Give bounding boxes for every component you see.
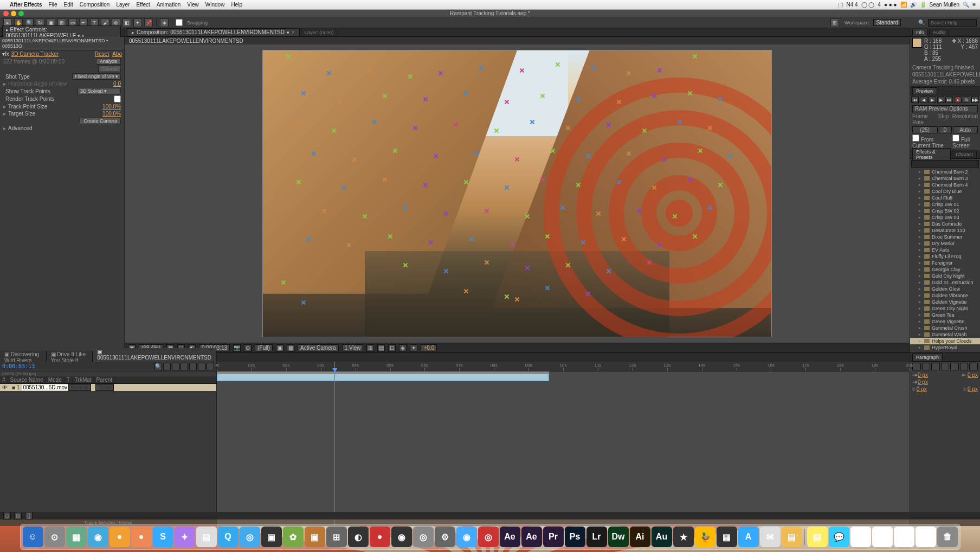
- menu-layer[interactable]: Layer: [116, 2, 130, 8]
- effect-value-1[interactable]: 0.0: [113, 81, 121, 87]
- snapping-checkbox[interactable]: [176, 19, 183, 26]
- space-after[interactable]: 0 px: [968, 386, 978, 392]
- indent-left[interactable]: 0 px: [918, 372, 928, 378]
- dock-app-40[interactable]: [894, 527, 914, 547]
- dock-app-41[interactable]: [915, 527, 936, 547]
- justify-right-button[interactable]: [960, 363, 969, 370]
- preset-item[interactable]: Cool Dry Blue: [910, 188, 980, 195]
- next-frame-button[interactable]: ▶: [937, 97, 945, 103]
- dock-app-22[interactable]: Ae: [500, 527, 520, 547]
- exposure-value[interactable]: +0.0: [421, 344, 437, 351]
- close-icon[interactable]: ×: [292, 29, 295, 35]
- timeline-tracks[interactable]: [217, 371, 910, 526]
- indent-first[interactable]: 0 px: [968, 372, 978, 378]
- dock-app-42[interactable]: 🗑: [937, 527, 958, 547]
- cancel-button[interactable]: Cancel: [98, 66, 121, 72]
- tl-icon-6[interactable]: [198, 363, 205, 370]
- preset-item[interactable]: Desaturate 110: [910, 227, 980, 234]
- from-current-checkbox[interactable]: From Current Time: [912, 134, 950, 149]
- preset-item[interactable]: Gold St...estruction: [910, 279, 980, 286]
- preset-item[interactable]: Crisp BW 01: [910, 201, 980, 208]
- preset-item[interactable]: Gunmetal Wash: [910, 331, 980, 338]
- vf-btn-13[interactable]: ✦: [410, 344, 417, 352]
- dock-app-3[interactable]: ◉: [88, 527, 108, 547]
- tl-icon-5[interactable]: [189, 363, 197, 370]
- menubar-battery-icon[interactable]: 🔋: [920, 2, 926, 8]
- preset-item[interactable]: Chemical Burn 3: [910, 175, 980, 182]
- playhead[interactable]: [334, 362, 335, 371]
- timeline-layer-1[interactable]: 👁 ■ 1 0055130...5D.mov Normal None: [0, 384, 216, 391]
- timeline-col[interactable]: TrkMat: [73, 377, 94, 383]
- dock-app-2[interactable]: ▦: [66, 527, 87, 547]
- dock-app-10[interactable]: ◎: [240, 527, 260, 547]
- menu-file[interactable]: File: [48, 2, 57, 8]
- vf-btn-8[interactable]: ▦: [287, 344, 294, 352]
- timeline-timecode[interactable]: 0:00:03:13: [2, 363, 35, 369]
- preset-item[interactable]: Das Comrade: [910, 221, 980, 227]
- vf-btn-5[interactable]: 📷: [233, 344, 241, 352]
- preview-tab[interactable]: Preview: [912, 87, 937, 94]
- vf-btn-10[interactable]: ▤: [377, 344, 385, 352]
- info-tab[interactable]: Info: [912, 29, 928, 36]
- tl-icon-3[interactable]: [172, 363, 179, 370]
- space-before[interactable]: 0 px: [917, 386, 927, 392]
- preset-item[interactable]: Green Tea: [910, 312, 980, 318]
- preset-item[interactable]: Dixie Summer: [910, 234, 980, 240]
- loop-button[interactable]: ↻: [963, 97, 970, 103]
- preset-item[interactable]: Chemical Burn 2: [910, 169, 980, 175]
- dock-app-25[interactable]: Ps: [565, 527, 585, 547]
- dock-app-28[interactable]: Ai: [630, 527, 650, 547]
- axis-tool[interactable]: ◈: [160, 18, 169, 27]
- comp-tab[interactable]: ▸ Composition: 0055130111LAKEPOWELLENVIR…: [127, 28, 300, 36]
- tl-icon-4[interactable]: [180, 363, 188, 370]
- dock-app-6[interactable]: S: [153, 527, 173, 547]
- menubar-volume-icon[interactable]: 🔊: [910, 2, 917, 8]
- tl-search-icon[interactable]: 🔍: [154, 363, 162, 370]
- create-camera-button[interactable]: Create Camera: [80, 118, 121, 124]
- dock-app-12[interactable]: ✿: [283, 527, 304, 547]
- preset-item[interactable]: Chemical Burn 4: [910, 182, 980, 188]
- vf-btn-9[interactable]: ⊞: [366, 344, 374, 352]
- preset-item[interactable]: Fluffy Lil Frog: [910, 253, 980, 260]
- dock-app-34[interactable]: ✉: [760, 527, 781, 547]
- menu-composition[interactable]: Composition: [80, 2, 110, 8]
- align-left-button[interactable]: [912, 363, 921, 370]
- composition-viewer[interactable]: [125, 44, 910, 343]
- dock-app-8[interactable]: ▤: [196, 527, 217, 547]
- preset-item[interactable]: Dry Merlot: [910, 240, 980, 247]
- dock-app-4[interactable]: ●: [109, 527, 130, 547]
- about-button[interactable]: Abo: [112, 51, 122, 57]
- menu-effect[interactable]: Effect: [136, 2, 150, 8]
- dock-app-9[interactable]: Q: [218, 527, 238, 547]
- menubar-notifications-icon[interactable]: ≡: [972, 2, 976, 8]
- vf-btn-6[interactable]: ⊙: [244, 344, 252, 352]
- dock-app-36[interactable]: ▤: [807, 527, 828, 547]
- preset-item[interactable]: Helps your Clouds: [910, 338, 980, 344]
- dock-app-23[interactable]: Ae: [521, 527, 542, 547]
- dock-app-35[interactable]: ▤: [782, 527, 802, 547]
- timeline-clip[interactable]: [217, 374, 549, 381]
- timeline-col[interactable]: #: [0, 377, 8, 383]
- menubar-status-2[interactable]: N4 4: [846, 2, 858, 8]
- timeline-col[interactable]: Mode: [46, 377, 65, 383]
- mute-button[interactable]: 🔇: [954, 97, 962, 103]
- track-point[interactable]: [300, 299, 307, 306]
- dock-app-15[interactable]: ◐: [348, 527, 369, 547]
- dock-app-13[interactable]: ▣: [305, 527, 325, 547]
- eraser-tool[interactable]: ◧: [122, 18, 131, 27]
- dock-app-5[interactable]: ●: [131, 527, 152, 547]
- menu-window[interactable]: Window: [205, 2, 225, 8]
- workspace-icon[interactable]: ⊞: [830, 18, 839, 27]
- layer-parent[interactable]: None: [95, 384, 114, 391]
- sb-icon-2[interactable]: ⊞: [14, 512, 22, 519]
- dock-app-1[interactable]: ⊙: [44, 527, 65, 547]
- dock-app-16[interactable]: ●: [370, 527, 390, 547]
- dock-app-30[interactable]: ★: [673, 527, 694, 547]
- timeline-col[interactable]: Parent: [94, 377, 115, 383]
- dock-app-7[interactable]: ✦: [175, 527, 195, 547]
- first-frame-button[interactable]: ⏮: [911, 97, 919, 103]
- effect-dropdown-0[interactable]: Fixed Angle of Vie ▾: [72, 73, 121, 80]
- dock-app-33[interactable]: A: [738, 527, 759, 547]
- menubar-status-3[interactable]: ◯ ◯: [861, 2, 875, 8]
- workspace-dropdown[interactable]: Standard: [873, 19, 901, 26]
